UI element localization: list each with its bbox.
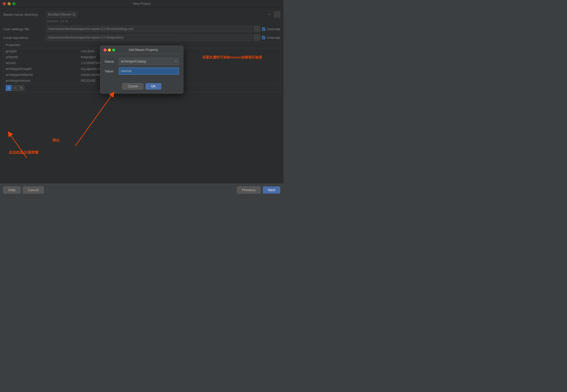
modal-overlay: 设置此属性可加快maven创建项目速度 Add Maven Property N…	[0, 0, 284, 196]
next-button[interactable]: Next	[263, 186, 280, 194]
modal-name-select[interactable]: archetypeCatalog	[119, 58, 179, 65]
bottom-left-buttons: Help Cancel	[3, 186, 44, 194]
bottom-bar: Help Cancel Previous Next	[0, 184, 284, 196]
modal-title-bar: Add Maven Property	[100, 46, 183, 54]
modal-traffic-lights	[104, 49, 115, 51]
bottom-right-buttons: Previous Next	[237, 186, 280, 194]
modal-name-row: Name archetypeCatalog	[105, 58, 179, 65]
modal-name-select-wrap: archetypeCatalog	[119, 58, 179, 65]
hint-annotation: 设置此属性可加快maven创建项目速度	[202, 55, 262, 60]
modal-close-button[interactable]	[104, 49, 107, 51]
modal-cancel-button[interactable]: Cancel	[122, 83, 143, 90]
previous-button[interactable]: Previous	[237, 186, 261, 194]
modal-value-label: Value	[105, 69, 117, 73]
modal-minimize-button[interactable]	[108, 49, 111, 51]
modal-title: Add Maven Property	[117, 48, 169, 52]
cancel-button[interactable]: Cancel	[23, 186, 44, 194]
modal-body: Name archetypeCatalog Value	[100, 54, 183, 81]
modal-name-label: Name	[105, 60, 117, 64]
modal-maximize-button[interactable]	[112, 49, 115, 51]
add-maven-property-dialog: Add Maven Property Name archetypeCatalog…	[100, 46, 183, 94]
help-button[interactable]: Help	[3, 186, 21, 194]
modal-footer: Cancel OK	[100, 81, 183, 93]
modal-value-input[interactable]	[119, 68, 179, 75]
modal-value-row: Value	[105, 68, 179, 75]
modal-ok-button[interactable]: OK	[146, 83, 161, 90]
